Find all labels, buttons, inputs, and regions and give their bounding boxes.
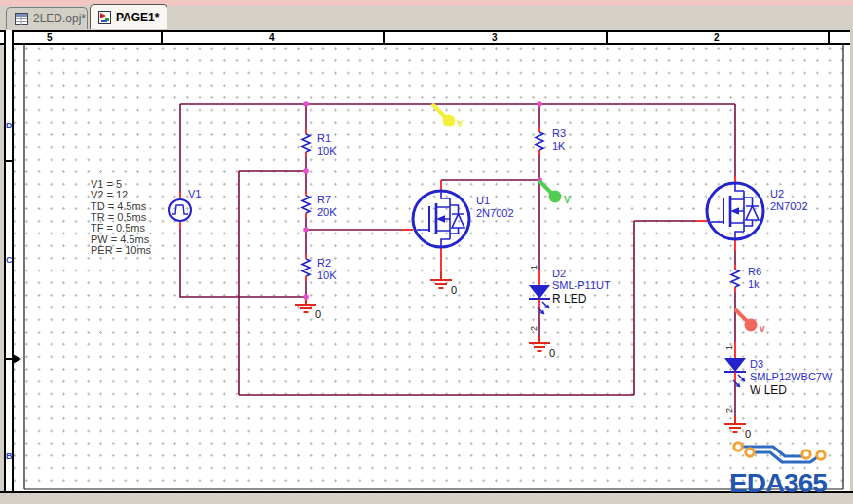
eda365-logo: EDA365 bbox=[729, 443, 827, 498]
resistor-R7[interactable]: R7 20K bbox=[302, 191, 337, 218]
pcb-pad-icon bbox=[802, 450, 810, 458]
svg-text:SML-P11UT: SML-P11UT bbox=[552, 279, 611, 291]
ground-symbol[interactable]: 0 bbox=[295, 297, 321, 320]
wire[interactable] bbox=[180, 229, 306, 297]
svg-text:PW = 4.5ms: PW = 4.5ms bbox=[91, 234, 150, 245]
resistor-R2[interactable]: R2 10K bbox=[302, 254, 337, 281]
svg-text:TD = 4.5ms: TD = 4.5ms bbox=[91, 200, 147, 212]
svg-text:0: 0 bbox=[451, 284, 457, 296]
svg-text:0: 0 bbox=[315, 308, 321, 320]
svg-text:U2: U2 bbox=[770, 188, 784, 199]
svg-text:R7: R7 bbox=[317, 194, 331, 205]
voltage-marker-yellow[interactable]: V bbox=[433, 105, 464, 129]
led-D3[interactable]: 1 2 D3 SMLP12WBC7W W LED bbox=[724, 342, 833, 413]
led-note: R LED bbox=[552, 292, 587, 306]
svg-text:10K: 10K bbox=[317, 145, 337, 157]
pin-number: 2 bbox=[529, 326, 538, 331]
pcb-pad-icon bbox=[746, 449, 754, 456]
svg-text:10K: 10K bbox=[317, 270, 337, 281]
page-border bbox=[24, 45, 843, 489]
mosfet-U1[interactable]: U1 2N7002 bbox=[402, 180, 514, 272]
svg-text:R1: R1 bbox=[317, 132, 331, 144]
vsource-ref: V1 bbox=[188, 188, 201, 199]
svg-text:V1 = 5: V1 = 5 bbox=[91, 178, 122, 190]
junction-dot bbox=[303, 101, 309, 107]
svg-text:V2 = 12: V2 = 12 bbox=[91, 189, 128, 200]
svg-text:PER = 10ms: PER = 10ms bbox=[91, 244, 152, 256]
mosfet-U2[interactable]: U2 2N7002 bbox=[697, 176, 808, 251]
svg-text:U1: U1 bbox=[476, 195, 490, 206]
ground-symbol[interactable]: 0 bbox=[724, 416, 751, 440]
schematic-drawing: V1 V1 = 5 V2 = 12 TD = 4.5ms TR = 0.5ms … bbox=[0, 0, 853, 504]
ground-symbol[interactable]: 0 bbox=[529, 336, 555, 359]
svg-text:TR = 0.5ms: TR = 0.5ms bbox=[91, 211, 147, 223]
svg-text:1k: 1k bbox=[748, 278, 760, 290]
resistor-R3[interactable]: R3 1K bbox=[536, 127, 566, 155]
pin-number: 1 bbox=[724, 345, 734, 350]
vsource-params[interactable]: V1 = 5 V2 = 12 TD = 4.5ms TR = 0.5ms TF … bbox=[91, 178, 152, 256]
voltage-marker-red[interactable]: v bbox=[736, 310, 765, 334]
svg-text:TF = 0.5ms: TF = 0.5ms bbox=[91, 222, 145, 234]
led-D2[interactable]: 1 2 D2 SML-P11UT R LED bbox=[529, 265, 611, 331]
resistor-R6[interactable]: R6 1k bbox=[731, 265, 761, 292]
pin-number: 1 bbox=[529, 265, 538, 270]
svg-text:D2: D2 bbox=[552, 268, 566, 279]
pulse-waveform-icon bbox=[172, 205, 188, 214]
eda365-logo-text: EDA365 bbox=[729, 468, 827, 498]
svg-text:2N7002: 2N7002 bbox=[476, 207, 514, 219]
junction-dots bbox=[303, 101, 542, 300]
svg-text:R6: R6 bbox=[748, 266, 761, 277]
pcb-pad-icon bbox=[734, 443, 742, 450]
svg-text:20K: 20K bbox=[317, 206, 337, 218]
ground-symbol[interactable]: 0 bbox=[430, 272, 457, 296]
svg-text:R2: R2 bbox=[317, 257, 331, 269]
svg-text:SMLP12WBC7W: SMLP12WBC7W bbox=[750, 371, 833, 382]
svg-text:0: 0 bbox=[745, 428, 751, 440]
junction-dot bbox=[303, 227, 309, 233]
svg-text:R3: R3 bbox=[552, 127, 566, 139]
svg-text:V: V bbox=[457, 119, 464, 129]
pcb-pad-icon bbox=[817, 451, 825, 459]
wires[interactable] bbox=[180, 104, 735, 416]
svg-text:v: v bbox=[760, 323, 765, 334]
svg-text:1K: 1K bbox=[552, 140, 566, 152]
led-note: W LED bbox=[750, 383, 787, 397]
junction-dot bbox=[537, 101, 542, 107]
vsource-V1[interactable]: V1 bbox=[169, 188, 201, 229]
voltage-marker-green[interactable]: V bbox=[540, 182, 571, 205]
junction-dot bbox=[303, 168, 309, 174]
resistor-R1[interactable]: R1 10K bbox=[302, 129, 337, 157]
ruler-position-arrow bbox=[5, 354, 21, 364]
svg-text:2N7002: 2N7002 bbox=[770, 200, 808, 212]
svg-text:D3: D3 bbox=[750, 358, 763, 370]
schematic-editor-window: 2LED.opj* PAGE1* 5 4 3 2 D C B bbox=[0, 0, 853, 504]
junction-dot bbox=[303, 294, 309, 300]
pin-number: 2 bbox=[724, 408, 734, 413]
svg-text:V: V bbox=[564, 195, 571, 205]
svg-text:0: 0 bbox=[549, 347, 555, 359]
